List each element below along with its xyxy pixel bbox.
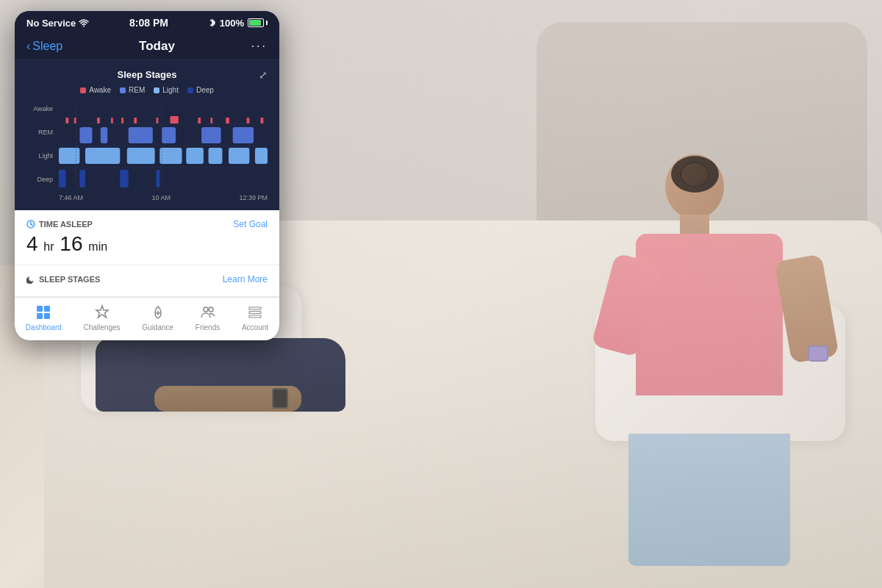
battery-percent: 100%	[220, 18, 244, 29]
sleep-stages-header: SLEEP STAGES Learn More	[26, 274, 268, 284]
guidance-icon	[149, 304, 167, 321]
svg-rect-32	[79, 170, 85, 187]
svg-rect-4	[65, 118, 68, 123]
account-icon	[246, 304, 264, 321]
chart-canvas-area	[59, 101, 268, 193]
legend: Awake REM Light Deep	[26, 86, 268, 94]
rem-y-label: REM	[26, 129, 56, 136]
svg-rect-46	[249, 315, 261, 318]
legend-light: Light	[154, 86, 179, 94]
status-left: No Service	[26, 18, 89, 29]
svg-rect-44	[249, 307, 261, 309]
svg-rect-5	[74, 118, 76, 123]
account-label: Account	[242, 323, 268, 331]
expand-button[interactable]: ⤢	[259, 69, 268, 81]
svg-rect-18	[101, 127, 107, 143]
back-button[interactable]: ‹ Sleep	[26, 40, 62, 53]
deep-y-label: Deep	[26, 176, 56, 183]
time-asleep-label: TIME ASLEEP	[26, 220, 93, 229]
friends-label: Friends	[196, 323, 220, 331]
svg-rect-27	[186, 148, 204, 164]
sleep-stages-svg	[59, 101, 268, 190]
chart-section: Sleep Stages ⤢ Awake REM Light Deep	[15, 60, 279, 210]
dashboard-icon	[35, 304, 52, 321]
svg-rect-20	[162, 127, 176, 143]
svg-rect-26	[159, 148, 182, 164]
time-end: 12:39 PM	[239, 194, 268, 201]
status-right: 100%	[209, 18, 268, 29]
time-start: 7:46 AM	[59, 194, 83, 201]
svg-rect-12	[198, 118, 201, 123]
svg-rect-17	[79, 127, 92, 143]
svg-rect-11	[170, 116, 178, 123]
nav-bar: ‹ Sleep Today ···	[15, 33, 279, 60]
svg-rect-25	[127, 148, 155, 164]
learn-more-button[interactable]: Learn More	[223, 274, 268, 284]
time-labels: 7:46 AM 10 AM 12:39 PM	[59, 194, 268, 201]
time-asleep-value: 4 hr 16 min	[26, 232, 268, 256]
svg-rect-7	[111, 118, 113, 123]
challenges-icon	[93, 304, 111, 321]
nav-item-friends[interactable]: Friends	[196, 304, 220, 331]
light-y-label: Light	[26, 152, 56, 159]
legend-awake: Awake	[80, 86, 111, 94]
chart-y-labels: Awake REM Light Deep	[26, 101, 56, 187]
deep-dot	[187, 87, 193, 93]
nav-item-account[interactable]: Account	[242, 304, 268, 331]
rem-dot	[120, 87, 126, 93]
awake-label: Awake	[89, 86, 111, 94]
stats-section: TIME ASLEEP Set Goal 4 hr 16 min SLEEP S…	[15, 210, 279, 297]
light-dot	[154, 87, 159, 93]
svg-rect-10	[157, 118, 159, 123]
svg-rect-30	[255, 148, 268, 164]
bluetooth-icon	[209, 18, 216, 28]
svg-rect-23	[59, 148, 79, 164]
nav-item-challenges[interactable]: Challenges	[84, 304, 121, 331]
svg-rect-21	[201, 127, 221, 143]
legend-deep: Deep	[187, 86, 214, 94]
svg-rect-14	[226, 118, 229, 123]
light-label: Light	[162, 86, 179, 94]
nav-item-dashboard[interactable]: Dashboard	[26, 304, 62, 331]
clock-icon	[26, 220, 35, 229]
deep-label: Deep	[196, 86, 214, 94]
svg-rect-22	[233, 127, 254, 143]
dashboard-label: Dashboard	[26, 323, 62, 331]
time-display: 8:08 PM	[129, 17, 168, 29]
time-asleep-row: TIME ASLEEP Set Goal 4 hr 16 min	[15, 210, 279, 265]
svg-rect-33	[120, 170, 128, 187]
guidance-label: Guidance	[142, 323, 173, 331]
status-bar: No Service 8:08 PM 100%	[15, 11, 279, 33]
svg-line-39	[31, 225, 33, 226]
nav-item-guidance[interactable]: Guidance	[142, 304, 173, 331]
svg-rect-8	[121, 118, 123, 123]
svg-rect-15	[247, 118, 250, 123]
phone-overlay: No Service 8:08 PM 100%	[15, 11, 279, 340]
svg-point-43	[209, 307, 213, 312]
chart-title: Sleep Stages	[26, 69, 268, 80]
time-mid: 10 AM	[151, 194, 171, 201]
challenges-label: Challenges	[84, 323, 121, 331]
svg-rect-45	[249, 312, 261, 314]
svg-rect-9	[134, 118, 137, 123]
svg-point-42	[204, 307, 208, 312]
legend-rem: REM	[120, 86, 145, 94]
set-goal-button[interactable]: Set Goal	[233, 219, 268, 229]
awake-dot	[80, 87, 86, 93]
awake-y-label: Awake	[26, 105, 56, 112]
moon-icon	[26, 275, 35, 284]
nav-title: Today	[62, 39, 251, 54]
bottom-nav: Dashboard Challenges Guidance	[15, 297, 279, 340]
time-asleep-header: TIME ASLEEP Set Goal	[26, 219, 268, 229]
svg-rect-34	[157, 170, 160, 187]
rem-label: REM	[129, 86, 145, 94]
more-button[interactable]: ···	[251, 40, 268, 53]
sleep-stages-row: SLEEP STAGES Learn More	[15, 265, 279, 297]
svg-rect-6	[97, 118, 100, 123]
svg-rect-29	[229, 148, 249, 164]
carrier-text: No Service	[26, 18, 76, 29]
sleep-chart: Awake REM Light Deep	[26, 101, 268, 201]
wifi-icon	[79, 19, 89, 27]
svg-rect-31	[59, 170, 65, 187]
svg-rect-13	[210, 118, 212, 123]
